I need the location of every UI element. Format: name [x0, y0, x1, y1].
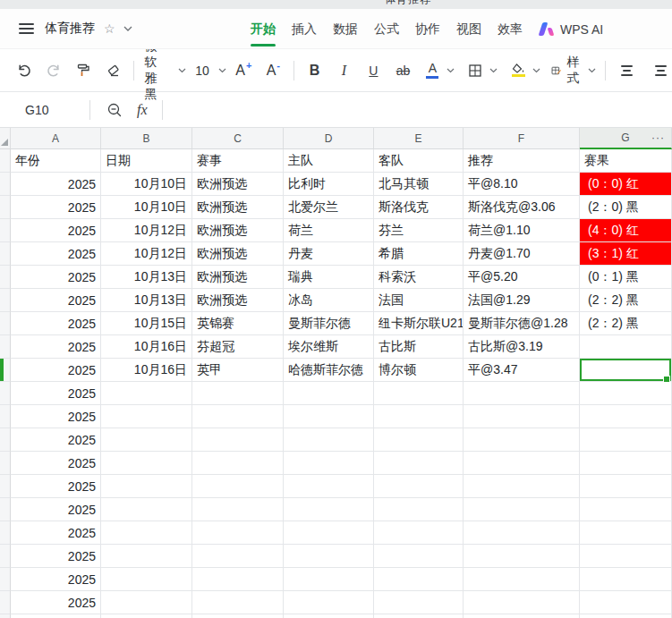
- cell-result[interactable]: (3：1) 红: [580, 242, 672, 266]
- borders-chevron-icon[interactable]: [489, 68, 498, 73]
- cell-home[interactable]: 荷兰: [284, 219, 374, 242]
- cell-tip[interactable]: 法国@1.29: [464, 289, 580, 312]
- cell-result[interactable]: (2：2) 黑: [580, 312, 672, 335]
- cell-away[interactable]: [374, 545, 464, 568]
- cell-result[interactable]: (2：2) 黑: [580, 289, 672, 312]
- tab-2[interactable]: 数据: [333, 9, 358, 49]
- row-header[interactable]: [0, 312, 11, 335]
- cell-date[interactable]: [101, 498, 192, 521]
- cell-year[interactable]: 2025: [11, 196, 101, 219]
- row-header[interactable]: [0, 219, 11, 242]
- row-header[interactable]: [0, 428, 11, 452]
- row-header[interactable]: [0, 196, 11, 219]
- cell-tip[interactable]: [464, 428, 580, 452]
- cell-tip[interactable]: [464, 521, 580, 545]
- row-header[interactable]: [0, 266, 11, 289]
- cell-year[interactable]: 2025: [11, 335, 101, 359]
- row-header[interactable]: [0, 335, 11, 359]
- row-header[interactable]: [0, 173, 11, 196]
- column-header-G[interactable]: G···: [580, 128, 672, 149]
- tab-0[interactable]: 开始: [251, 9, 276, 49]
- cell-away[interactable]: [374, 475, 464, 498]
- cell-league[interactable]: 英甲: [192, 359, 284, 382]
- name-box[interactable]: G10: [0, 103, 89, 117]
- cell-year[interactable]: 2025: [11, 475, 101, 498]
- cell-away[interactable]: 客队: [374, 149, 464, 173]
- cell-tip[interactable]: [464, 545, 580, 568]
- cell-league[interactable]: 芬超冠: [192, 335, 284, 359]
- cell-year[interactable]: 2025: [11, 173, 101, 196]
- cell-tip[interactable]: [464, 591, 580, 614]
- cell-home[interactable]: [284, 614, 374, 618]
- cell-year[interactable]: 2025: [11, 219, 101, 242]
- cell-tip[interactable]: [464, 498, 580, 521]
- cell-year[interactable]: 2025: [11, 452, 101, 475]
- italic-button[interactable]: I: [332, 57, 355, 84]
- cell-tip[interactable]: 荷兰@1.10: [464, 219, 580, 242]
- cell-tip[interactable]: 平@8.10: [464, 173, 580, 196]
- cell-away[interactable]: [374, 452, 464, 475]
- insert-function-fx-icon[interactable]: fx: [137, 102, 148, 118]
- cell-result[interactable]: (0：0) 红: [580, 173, 672, 196]
- search-minus-icon[interactable]: [106, 102, 123, 118]
- cell-away[interactable]: 古比斯: [374, 335, 464, 359]
- row-header[interactable]: [0, 521, 11, 545]
- row-header[interactable]: [0, 475, 11, 498]
- cell-year[interactable]: 2025: [11, 359, 101, 382]
- cell-tip[interactable]: [464, 568, 580, 591]
- cell-date[interactable]: [101, 428, 192, 452]
- font-size-select[interactable]: 10: [195, 63, 226, 78]
- cell-date[interactable]: [101, 452, 192, 475]
- tab-6[interactable]: 效率: [498, 9, 523, 49]
- cell-tip[interactable]: 斯洛伐克@3.06: [464, 196, 580, 219]
- font-color-button[interactable]: A: [421, 57, 444, 84]
- cell-home[interactable]: 冰岛: [284, 289, 374, 312]
- cell-away[interactable]: [374, 428, 464, 452]
- cell-date[interactable]: [101, 591, 192, 614]
- cell-league[interactable]: 欧洲预选: [192, 242, 284, 266]
- cell-tip[interactable]: 平@5.20: [464, 266, 580, 289]
- cell-home[interactable]: [284, 498, 374, 521]
- cell-tip[interactable]: [464, 475, 580, 498]
- row-header[interactable]: [0, 568, 11, 591]
- cell-result[interactable]: (0：1) 黑: [580, 266, 672, 289]
- cell-result[interactable]: (4：0) 红: [580, 219, 672, 242]
- cell-league[interactable]: [192, 405, 284, 428]
- cell-home[interactable]: [284, 452, 374, 475]
- column-header-C[interactable]: C: [192, 128, 284, 149]
- font-color-chevron-icon[interactable]: [447, 68, 455, 73]
- cell-result[interactable]: [580, 568, 672, 591]
- tab-4[interactable]: 协作: [415, 9, 440, 49]
- column-header-D[interactable]: D: [284, 128, 374, 149]
- cell-styles-button[interactable]: 样式: [551, 55, 596, 87]
- cell-league[interactable]: [192, 591, 284, 614]
- cell-home[interactable]: [284, 568, 374, 591]
- cell-home[interactable]: 丹麦: [284, 242, 374, 266]
- cell-tip[interactable]: 古比斯@3.19: [464, 335, 580, 359]
- title-chevron-down-icon[interactable]: [123, 26, 132, 31]
- cell-year[interactable]: 2025: [11, 545, 101, 568]
- cell-home[interactable]: 比利时: [284, 173, 374, 196]
- cell-date[interactable]: 10月10日: [101, 196, 192, 219]
- cell-tip[interactable]: 丹麦@1.70: [464, 242, 580, 266]
- cell-date[interactable]: [101, 545, 192, 568]
- cell-year[interactable]: 2025: [11, 405, 101, 428]
- cell-date[interactable]: [101, 382, 192, 405]
- cell-away[interactable]: [374, 405, 464, 428]
- cell-tip[interactable]: [464, 452, 580, 475]
- cell-home[interactable]: 主队: [284, 149, 374, 173]
- cell-home[interactable]: [284, 545, 374, 568]
- align-center-button[interactable]: [649, 57, 672, 84]
- cell-date[interactable]: 10月13日: [101, 289, 192, 312]
- cell-year[interactable]: 2025: [11, 242, 101, 266]
- cell-away[interactable]: [374, 382, 464, 405]
- strikethrough-button[interactable]: ab: [391, 57, 414, 84]
- cell-away[interactable]: [374, 568, 464, 591]
- redo-button[interactable]: [42, 57, 65, 84]
- cell-date[interactable]: 10月13日: [101, 266, 192, 289]
- column-header-E[interactable]: E: [374, 128, 464, 149]
- cell-away[interactable]: 博尔顿: [374, 359, 464, 382]
- cell-result[interactable]: [580, 382, 672, 405]
- row-header[interactable]: [0, 149, 11, 173]
- cell-home[interactable]: [284, 405, 374, 428]
